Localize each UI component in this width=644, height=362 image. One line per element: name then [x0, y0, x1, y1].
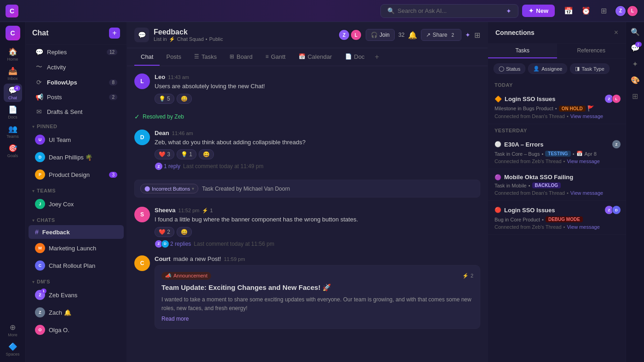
tab-gantt[interactable]: ≡ Gantt [259, 49, 292, 66]
task-card-login-sso-2[interactable]: 🔴 Login SSO Issues Z D Bug in Core Produ… [488, 201, 626, 235]
sidebar-item-followups[interactable]: ⟳ FollowUps 8 [29, 75, 124, 89]
right-search-icon[interactable]: 🔍 [631, 28, 640, 36]
panel-tab-tasks[interactable]: Tasks [488, 44, 557, 58]
status-icon: ◯ [499, 66, 504, 72]
sidebar-item-activity[interactable]: 〜 Activity [29, 60, 124, 74]
view-message-4[interactable]: View message [567, 224, 599, 230]
reaction-bulb-1[interactable]: 💡 1 [177, 149, 196, 159]
bell-icon[interactable]: 🔔 [408, 31, 417, 40]
tab-posts[interactable]: Posts [160, 49, 188, 66]
sidebar-item-posts[interactable]: 📢 Posts 2 [29, 90, 124, 104]
workspace-logo[interactable]: C [6, 26, 20, 40]
sidebar-item-zach[interactable]: Z Zach 🔔 [29, 304, 124, 321]
feedback-icon: # [35, 228, 39, 236]
panel-close-button[interactable]: × [614, 28, 618, 37]
sidebar-item-replies[interactable]: 💬 Replies 12 [29, 45, 124, 59]
task-tag-arrow: ▾ [192, 186, 194, 191]
read-more-link[interactable]: Read more [161, 316, 473, 322]
tab-tasks[interactable]: ☰ Tasks [188, 49, 223, 66]
testing-badge: TESTING [545, 151, 570, 157]
rail-item-more[interactable]: ⊕ More [4, 321, 22, 339]
chats-section[interactable]: ▾ Chats [26, 213, 126, 225]
resolved-bar: ✓ Resolved by Zeb [134, 111, 480, 122]
replies-icon: 💬 [35, 48, 43, 56]
rail-item-home[interactable]: 🏠 Home [4, 45, 22, 63]
filter-assignee[interactable]: 👤 Assignee [528, 63, 567, 74]
sidebar-item-joey[interactable]: J Joey Cox [29, 196, 124, 212]
tab-doc[interactable]: 📄 Doc [339, 49, 371, 66]
star-icon[interactable]: ✦ [465, 31, 471, 39]
app-logo[interactable]: C [6, 5, 18, 17]
reaction-smile-leo[interactable]: 😄 [177, 94, 192, 104]
sidebar-item-drafts[interactable]: ✉ Drafts & Sent [29, 105, 124, 119]
task-connection-3: Connected from Dean's Thread • View mess… [494, 190, 619, 196]
right-grid-icon[interactable]: ⊞ [632, 92, 638, 101]
share-button[interactable]: ↗ Share 2 [421, 29, 461, 41]
top-bar: C 🔍 ✦ ✦ New 📅 ⏰ ⊞ Z L [0, 0, 644, 22]
right-sparkle-icon[interactable]: ✦ [632, 60, 638, 68]
dean-reply-line[interactable]: Z 1 reply Last comment today at 11:49 pm [155, 162, 480, 170]
ai-sparkle-icon[interactable]: ✦ [506, 7, 512, 15]
new-icon: ✦ [529, 7, 534, 14]
view-message-1[interactable]: View message [570, 113, 603, 119]
sidebar-add-button[interactable]: + [109, 28, 120, 39]
layout-icon[interactable]: ⊞ [474, 31, 480, 40]
tab-calendar[interactable]: 📅 Calendar [292, 49, 339, 66]
sidebar-item-zeb[interactable]: Z 1 Zeb Evans [29, 287, 124, 303]
task-tag-incorrect-buttons[interactable]: ⬤ Incorrect Buttons ▾ [140, 184, 198, 193]
sidebar-item-ui-team[interactable]: U UI Team [29, 131, 124, 148]
rail-item-inbox[interactable]: 📥 Inbox [4, 64, 22, 83]
task-card-e30a[interactable]: ⚪ E30A – Errors Z Task in Core – Bugs • … [488, 135, 626, 169]
filter-status[interactable]: ◯ Status [494, 63, 525, 74]
task-card-mobile-okta[interactable]: 🟣 Mobile Okta SSO Failing Task in Mobile… [488, 169, 626, 201]
rail-item-docs[interactable]: 📄 Docs [4, 103, 22, 121]
zeb-badge: 1 [41, 288, 46, 294]
leo-name: Leo [155, 74, 165, 80]
sidebar-item-rollout[interactable]: C Chat Rollout Plan [29, 257, 124, 274]
search-input[interactable] [397, 7, 503, 14]
join-button[interactable]: 🎧 Join [366, 29, 395, 41]
task-av-3: Z [612, 140, 621, 149]
zeb-avatar: Z 1 [35, 290, 45, 300]
view-message-3[interactable]: View message [570, 190, 603, 196]
right-chat-badge: 2 [635, 42, 642, 47]
rail-item-goals[interactable]: 🎯 Goals [4, 141, 22, 160]
share-count: 2 [449, 32, 456, 38]
reaction-bulb-5[interactable]: 💡 5 [155, 94, 174, 104]
avatar-1[interactable]: Z [615, 5, 627, 17]
panel-tab-references[interactable]: References [557, 44, 626, 58]
pinned-section[interactable]: ▾ Pinned [26, 119, 126, 131]
search-bar[interactable]: 🔍 ✦ [380, 4, 518, 18]
calendar-icon[interactable]: 📅 [562, 5, 575, 17]
reaction-heart-3[interactable]: ❤️ 3 [155, 149, 174, 159]
new-button[interactable]: ✦ New [522, 5, 555, 17]
login-sso-avatars: Z L [604, 94, 619, 103]
ann-reactions[interactable]: ⚡ 2 [462, 273, 473, 279]
right-chat-icon[interactable]: 💬 2 [631, 44, 640, 52]
sidebar-item-olga[interactable]: O Olga O. [29, 322, 124, 338]
task-card-login-sso[interactable]: 🔶 Login SSO Issues Z L Milestone in Bugs… [488, 90, 626, 124]
sheeva-reply-line[interactable]: Z D 2 replies Last comment today at 11:5… [155, 240, 480, 248]
sidebar-item-product-design[interactable]: P Product Design 3 [29, 166, 124, 183]
reaction-smile-dean[interactable]: 😄 [199, 149, 214, 159]
view-message-2[interactable]: View message [567, 158, 599, 164]
rail-item-teams[interactable]: 👥 Teams [4, 122, 22, 141]
dms-section[interactable]: ▾ DM's [26, 274, 126, 286]
add-tab-button[interactable]: + [371, 48, 383, 66]
teams-section[interactable]: ▾ Teams [26, 183, 126, 195]
clock-icon[interactable]: ⏰ [580, 5, 592, 17]
sidebar-item-feedback[interactable]: # Feedback [29, 225, 124, 239]
reaction-heart-2[interactable]: ❤️ 2 [155, 227, 174, 237]
grid-icon[interactable]: ⊞ [597, 5, 610, 17]
teams-icon: 👥 [8, 124, 17, 133]
reaction-smile-sheeva[interactable]: 😄 [177, 227, 192, 237]
sidebar-item-marketing[interactable]: M Marketing Launch [29, 240, 124, 256]
rail-item-spaces[interactable]: 🔷 Spaces [4, 340, 22, 358]
tab-board[interactable]: ⊞ Board [223, 49, 259, 66]
sidebar-item-dean[interactable]: D Dean Phillips 🌴 [29, 149, 124, 165]
avatar-2[interactable]: L [627, 5, 638, 17]
tab-chat[interactable]: Chat [134, 49, 160, 66]
filter-task-type[interactable]: ◨ Task Type [570, 63, 609, 74]
right-color-icon[interactable]: 🎨 [631, 76, 640, 85]
rail-item-chat[interactable]: 4 💬 Chat [4, 84, 22, 102]
